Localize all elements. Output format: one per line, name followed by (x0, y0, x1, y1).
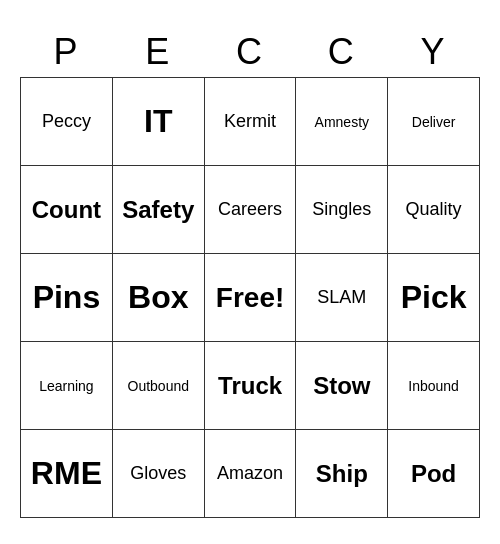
bingo-cell: IT (112, 78, 204, 166)
bingo-cell: Singles (296, 166, 388, 254)
bingo-cell: Gloves (112, 430, 204, 518)
bingo-row: CountSafetyCareersSinglesQuality (21, 166, 480, 254)
bingo-cell: Deliver (388, 78, 480, 166)
bingo-cell: Pins (21, 254, 113, 342)
bingo-cell: Free! (204, 254, 296, 342)
bingo-cell: Box (112, 254, 204, 342)
bingo-cell: Truck (204, 342, 296, 430)
bingo-cell: Kermit (204, 78, 296, 166)
bingo-cell: Quality (388, 166, 480, 254)
bingo-cell: Count (21, 166, 113, 254)
bingo-cell: Amnesty (296, 78, 388, 166)
bingo-row: PinsBoxFree!SLAMPick (21, 254, 480, 342)
bingo-cell: Amazon (204, 430, 296, 518)
bingo-header-cell: E (112, 26, 204, 78)
bingo-cell: Inbound (388, 342, 480, 430)
bingo-cell: Ship (296, 430, 388, 518)
bingo-card: PECCY PeccyITKermitAmnestyDeliverCountSa… (20, 26, 480, 519)
bingo-header-cell: Y (388, 26, 480, 78)
bingo-cell: Stow (296, 342, 388, 430)
bingo-cell: Outbound (112, 342, 204, 430)
bingo-cell: Learning (21, 342, 113, 430)
bingo-header-cell: C (296, 26, 388, 78)
bingo-cell: Pick (388, 254, 480, 342)
bingo-cell: Safety (112, 166, 204, 254)
bingo-cell: SLAM (296, 254, 388, 342)
bingo-cell: Careers (204, 166, 296, 254)
bingo-cell: Pod (388, 430, 480, 518)
bingo-cell: Peccy (21, 78, 113, 166)
bingo-row: LearningOutboundTruckStowInbound (21, 342, 480, 430)
bingo-cell: RME (21, 430, 113, 518)
bingo-header-cell: P (21, 26, 113, 78)
bingo-header-cell: C (204, 26, 296, 78)
bingo-row: RMEGlovesAmazonShipPod (21, 430, 480, 518)
bingo-row: PeccyITKermitAmnestyDeliver (21, 78, 480, 166)
